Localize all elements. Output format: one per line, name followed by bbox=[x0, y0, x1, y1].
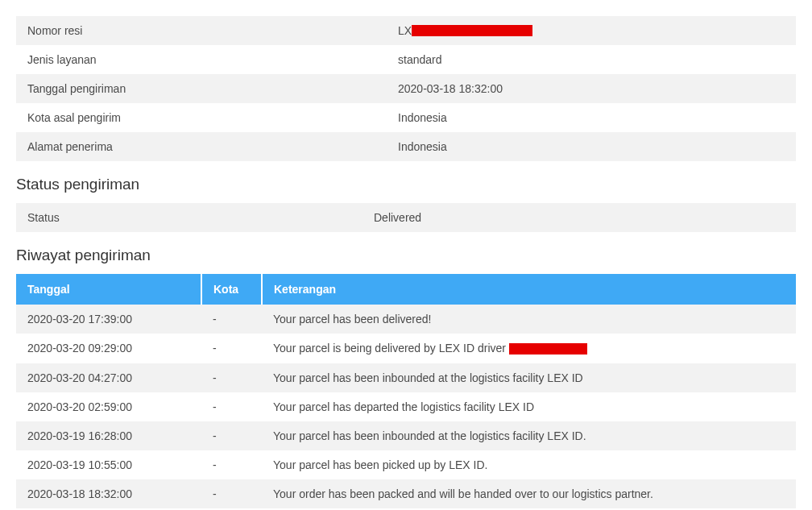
history-row: 2020-03-19 10:55:00-Your parcel has been… bbox=[16, 450, 796, 479]
info-value: standard bbox=[387, 45, 796, 74]
history-desc: Your parcel is being delivered by LEX ID… bbox=[262, 334, 796, 363]
history-city: - bbox=[201, 392, 262, 421]
history-city: - bbox=[201, 363, 262, 392]
info-row: Tanggal pengiriman2020-03-18 18:32:00 bbox=[16, 74, 796, 103]
info-label: Kota asal pengirim bbox=[16, 103, 387, 132]
history-desc: Your parcel has been picked up by LEX ID… bbox=[262, 450, 796, 479]
history-row: 2020-03-18 18:32:00-Your order has been … bbox=[16, 479, 796, 508]
history-date: 2020-03-20 09:29:00 bbox=[16, 334, 201, 363]
history-row: 2020-03-20 17:39:00-Your parcel has been… bbox=[16, 305, 796, 334]
history-desc: Your parcel has departed the logistics f… bbox=[262, 392, 796, 421]
info-label: Tanggal pengiriman bbox=[16, 74, 387, 103]
info-value: 2020-03-18 18:32:00 bbox=[387, 74, 796, 103]
info-value: Indonesia bbox=[387, 132, 796, 161]
info-row: Jenis layananstandard bbox=[16, 45, 796, 74]
history-city: - bbox=[201, 334, 262, 363]
info-row: Alamat penerimaIndonesia bbox=[16, 132, 796, 161]
status-heading: Status pengiriman bbox=[16, 176, 796, 193]
history-date: 2020-03-19 10:55:00 bbox=[16, 450, 201, 479]
history-row: 2020-03-20 04:27:00-Your parcel has been… bbox=[16, 363, 796, 392]
info-value: Indonesia bbox=[387, 103, 796, 132]
history-row: 2020-03-20 09:29:00-Your parcel is being… bbox=[16, 334, 796, 363]
status-value: Delivered bbox=[362, 203, 796, 232]
history-desc: Your parcel has been inbounded at the lo… bbox=[262, 363, 796, 392]
status-row: Status Delivered bbox=[16, 203, 796, 232]
status-table: Status Delivered bbox=[16, 203, 796, 232]
history-date: 2020-03-20 02:59:00 bbox=[16, 392, 201, 421]
history-table: Tanggal Kota Keterangan 2020-03-20 17:39… bbox=[16, 274, 796, 508]
history-city: - bbox=[201, 450, 262, 479]
history-city: - bbox=[201, 421, 262, 450]
history-desc: Your order has been packed and will be h… bbox=[262, 479, 796, 508]
history-desc: Your parcel has been inbounded at the lo… bbox=[262, 421, 796, 450]
history-row: 2020-03-20 02:59:00-Your parcel has depa… bbox=[16, 392, 796, 421]
history-city: - bbox=[201, 479, 262, 508]
info-value: LX bbox=[387, 16, 796, 45]
status-label: Status bbox=[16, 203, 362, 232]
history-date: 2020-03-20 04:27:00 bbox=[16, 363, 201, 392]
info-label: Nomor resi bbox=[16, 16, 387, 45]
history-date: 2020-03-20 17:39:00 bbox=[16, 305, 201, 334]
history-col-desc: Keterangan bbox=[262, 274, 796, 305]
info-row: Nomor resiLX bbox=[16, 16, 796, 45]
history-row: 2020-03-19 16:28:00-Your parcel has been… bbox=[16, 421, 796, 450]
history-desc: Your parcel has been delivered! bbox=[262, 305, 796, 334]
history-col-date: Tanggal bbox=[16, 274, 201, 305]
history-date: 2020-03-19 16:28:00 bbox=[16, 421, 201, 450]
info-label: Jenis layanan bbox=[16, 45, 387, 74]
info-row: Kota asal pengirimIndonesia bbox=[16, 103, 796, 132]
history-col-city: Kota bbox=[201, 274, 262, 305]
history-heading: Riwayat pengiriman bbox=[16, 247, 796, 264]
history-date: 2020-03-18 18:32:00 bbox=[16, 479, 201, 508]
shipment-info-table: Nomor resiLXJenis layananstandardTanggal… bbox=[16, 16, 796, 161]
redaction-bar bbox=[509, 343, 587, 355]
history-city: - bbox=[201, 305, 262, 334]
info-label: Alamat penerima bbox=[16, 132, 387, 161]
redaction-bar bbox=[412, 25, 532, 36]
